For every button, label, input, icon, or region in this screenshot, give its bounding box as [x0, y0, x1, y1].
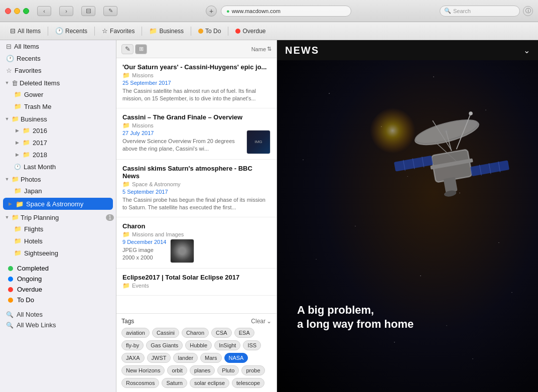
toolbar-separator-2: [94, 27, 95, 36]
note-preview-1: The Cassini satellite has almost run out…: [122, 87, 271, 103]
tag-jaxa[interactable]: JAXA: [121, 353, 145, 363]
tag-hubble[interactable]: Hubble: [185, 340, 212, 350]
right-panel: NEWS ⌄: [277, 40, 538, 392]
tag-insight[interactable]: InSight: [214, 340, 240, 350]
sidebar-group-trip-planning[interactable]: ▼ 📁 Trip Planning 1: [0, 211, 116, 223]
sidebar-item-last-month[interactable]: 🕐 Last Month: [0, 161, 116, 173]
sidebar-item-all-items[interactable]: ⊟ All Items: [0, 40, 116, 52]
sidebar-item-trash-me[interactable]: 📁 Trash Me: [0, 100, 116, 112]
tag-gas-giants[interactable]: Gas Giants: [146, 340, 183, 350]
toolbar-favorites[interactable]: ☆ Favorites: [98, 26, 139, 36]
close-button[interactable]: [5, 8, 11, 14]
thumb-image-2: IMG: [247, 130, 270, 154]
folder-2017-icon: 📁: [23, 139, 30, 146]
search-bar[interactable]: 🔍 Search: [440, 6, 520, 17]
sidebar-group-photos[interactable]: ▼ 📁 Photos: [0, 173, 116, 185]
tag-telescope[interactable]: telescope: [232, 378, 264, 388]
tag-saturn[interactable]: Saturn: [162, 378, 187, 388]
sidebar-item-flights[interactable]: 📁 Flights: [0, 223, 116, 235]
tag-fly-by[interactable]: fly-by: [121, 340, 144, 350]
tag-nasa[interactable]: NASA: [224, 353, 248, 363]
note-item-2[interactable]: Cassini – The Grand Finale – Overview 📁 …: [116, 108, 277, 160]
sidebar-item-sightseeing[interactable]: 📁 Sightseeing: [0, 247, 116, 259]
sidebar-item-todo[interactable]: To Do: [0, 295, 116, 305]
note-item-1[interactable]: 'Our Saturn years' - Cassini-Huygens' ep…: [116, 58, 277, 108]
toolbar-all-items[interactable]: ⊟ All Items: [6, 26, 45, 36]
sidebar-item-favorites[interactable]: ☆ Favorites: [0, 64, 116, 76]
tag-aviation[interactable]: aviation: [121, 328, 150, 338]
nav-back-button[interactable]: ‹: [37, 6, 51, 16]
sidebar-all-notes-label: All Notes: [17, 311, 43, 318]
tag-solar-eclipse[interactable]: solar eclipse: [190, 378, 229, 388]
tag-mars[interactable]: Mars: [200, 353, 221, 363]
note-date-1: 25 September 2017: [122, 80, 271, 86]
tag-cassini[interactable]: Cassini: [152, 328, 179, 338]
tag-planes[interactable]: planes: [190, 365, 215, 375]
tag-new-horizons[interactable]: New Horizons: [121, 365, 165, 375]
sidebar-item-2018[interactable]: ▶ 📁 2018: [0, 149, 116, 161]
sidebar-item-hotels[interactable]: 📁 Hotels: [0, 235, 116, 247]
tag-pluto[interactable]: Pluto: [217, 365, 239, 375]
thumb-image-4: [171, 239, 194, 263]
toolbar-recents[interactable]: 🕐 Recents: [51, 26, 91, 36]
tag-orbit[interactable]: orbit: [167, 365, 187, 375]
tag-esa[interactable]: ESA: [234, 328, 254, 338]
grid-view-button[interactable]: ⊞: [135, 44, 147, 54]
tags-chevron-icon: ⌄: [266, 318, 272, 325]
toolbar-overdue[interactable]: Overdue: [231, 26, 270, 36]
sidebar-japan-label: Japan: [24, 187, 112, 195]
tag-charon[interactable]: Charon: [182, 328, 209, 338]
note-item-5[interactable]: Eclipse2017 | Total Solar Eclipse 2017 📁…: [116, 269, 277, 296]
sidebar-item-space-astronomy[interactable]: ▶ 📁 Space & Astronomy: [3, 198, 113, 210]
japan-folder-icon: 📁: [14, 187, 22, 194]
tags-clear-button[interactable]: Clear ⌄: [251, 318, 272, 325]
toolbar-overdue-label: Overdue: [242, 28, 265, 35]
sidebar-item-gower[interactable]: 📁 Gower: [0, 88, 116, 100]
news-chevron-icon[interactable]: ⌄: [523, 46, 530, 55]
toolbar-business[interactable]: 📁 Business: [145, 26, 188, 36]
hotels-folder-icon: 📁: [14, 237, 22, 244]
toolbar-todo[interactable]: To Do: [194, 26, 225, 36]
tag-csa[interactable]: CSA: [211, 328, 232, 338]
overdue-dot: [8, 287, 13, 292]
disclosure-trip-icon: ▼: [4, 214, 10, 220]
new-note-button[interactable]: ✎: [103, 6, 117, 16]
tag-iss[interactable]: ISS: [243, 340, 261, 350]
sidebar-item-recents[interactable]: 🕐 Recents: [0, 52, 116, 64]
sidebar-toggle-button[interactable]: ⊟: [81, 6, 95, 16]
sidebar-item-completed[interactable]: Completed: [0, 263, 116, 274]
news-headline-line2: a long way from home: [297, 318, 414, 330]
sidebar-item-all-notes[interactable]: 🔍 All Notes: [0, 309, 116, 320]
info-button[interactable]: ⓘ: [523, 6, 533, 16]
sidebar-item-overdue[interactable]: Overdue: [0, 284, 116, 295]
add-tab-button[interactable]: +: [206, 6, 217, 17]
toolbar: ⊟ All Items 🕐 Recents ☆ Favorites 📁 Busi…: [0, 22, 538, 40]
sidebar-item-2017[interactable]: ▶ 📁 2017: [0, 137, 116, 149]
sidebar-deleted-label: Deleted Items: [20, 79, 114, 87]
tag-probe[interactable]: probe: [241, 365, 264, 375]
sort-label: Name: [251, 46, 266, 52]
sidebar-item-japan[interactable]: 📁 Japan: [0, 185, 116, 197]
nav-forward-button[interactable]: ›: [59, 6, 73, 16]
sidebar: ⊟ All Items 🕐 Recents ☆ Favorites ▼ 🗑 De…: [0, 40, 116, 392]
url-bar[interactable]: ● www.macdown.com: [221, 6, 351, 17]
sidebar-item-2016[interactable]: ▶ 📁 2016: [0, 124, 116, 137]
sidebar-all-items-label: All Items: [14, 43, 112, 50]
sidebar-item-all-web-links[interactable]: 🔍 All Web Links: [0, 320, 116, 330]
sidebar-group-deleted-items[interactable]: ▼ 🗑 Deleted Items: [0, 76, 116, 88]
disclosure-deleted-icon: ▼: [4, 80, 10, 86]
tag-roscosmos[interactable]: Roscosmos: [121, 378, 159, 388]
note-item-4[interactable]: Charon 📁 Missions and Images 9 December …: [116, 217, 277, 269]
note-item-3[interactable]: Cassini skims Saturn's atmosphere - BBC …: [116, 160, 277, 217]
folder-icon-5: 📁: [122, 282, 130, 289]
minimize-button[interactable]: [14, 8, 20, 14]
sidebar-item-ongoing[interactable]: Ongoing: [0, 274, 116, 284]
sidebar-group-business[interactable]: ▼ 📁 Business: [0, 112, 116, 124]
list-view-button[interactable]: ✎: [121, 44, 133, 54]
maximize-button[interactable]: [23, 8, 29, 14]
tag-jwst[interactable]: JWST: [147, 353, 171, 363]
sidebar-gower-label: Gower: [24, 91, 112, 98]
sort-button[interactable]: Name ⇅: [251, 46, 272, 52]
tag-lander[interactable]: lander: [173, 353, 198, 363]
sidebar-2016-label: 2016: [33, 127, 112, 135]
